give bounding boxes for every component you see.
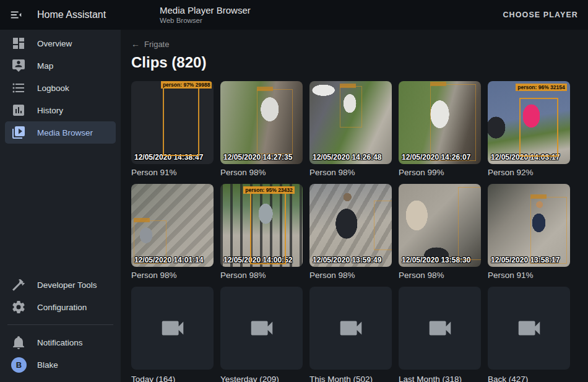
- folder-card-back[interactable]: Back (427): [488, 287, 570, 382]
- sidebar-item-notifications[interactable]: Notifications: [5, 331, 116, 354]
- clip-thumbnail: 12/05/2020 14:26:48: [309, 81, 392, 164]
- video-camera-icon: [515, 314, 543, 342]
- clip-timestamp: 12/05/2020 14:27:35: [223, 153, 292, 162]
- clip-thumbnail: 12/05/2020 14:01:14: [131, 184, 214, 267]
- clip-card[interactable]: 12/05/2020 13:59:49 Person 98%: [309, 184, 392, 281]
- panel-header: Media Player Browser Web Browser: [160, 4, 251, 25]
- folder-label: Back (427): [488, 375, 570, 382]
- clip-card[interactable]: 12/05/2020 14:26:07 Person 99%: [399, 81, 481, 178]
- breadcrumb-back-frigate[interactable]: ← Frigate: [131, 39, 588, 49]
- detection-bbox: [340, 86, 362, 128]
- detection-bbox: [163, 84, 200, 155]
- detection-label: [257, 87, 273, 91]
- sidebar-divider: [7, 324, 113, 325]
- sidebar-item-label: Developer Tools: [37, 280, 97, 290]
- clip-thumbnail: 12/05/2020 13:58:30: [399, 184, 481, 267]
- view-dashboard-icon: [11, 36, 26, 51]
- detection-label: [530, 194, 547, 199]
- video-camera-icon: [426, 314, 454, 342]
- folder-thumbnail: [220, 287, 303, 370]
- chart-box-icon: [11, 103, 26, 118]
- folder-card-last-month[interactable]: Last Month (318): [399, 287, 481, 382]
- sidebar-item-map[interactable]: Map: [5, 54, 116, 77]
- main-content: ← Frigate Clips (820) person: 97% 29988 …: [121, 30, 588, 382]
- folder-card-this-month[interactable]: This Month (502): [309, 287, 392, 382]
- sidebar: Overview Map Logbook History Media Brows…: [0, 30, 121, 382]
- sidebar-item-label: History: [37, 106, 63, 115]
- clip-card[interactable]: 12/05/2020 14:27:35 Person 98%: [220, 81, 303, 178]
- sidebar-item-label: Media Browser: [37, 128, 93, 137]
- clip-caption: Person 98%: [309, 168, 392, 178]
- page-title: Clips (820): [131, 54, 588, 71]
- sidebar-item-profile[interactable]: B Blake: [5, 354, 116, 376]
- detection-bbox: [430, 84, 476, 160]
- detection-bbox: [374, 201, 392, 250]
- sidebar-toggle-button[interactable]: [4, 2, 28, 27]
- sidebar-item-history[interactable]: History: [5, 99, 116, 121]
- folder-card-today[interactable]: Today (164): [131, 287, 214, 382]
- back-arrow-icon: ←: [131, 39, 140, 49]
- avatar: B: [11, 357, 27, 373]
- detection-bbox: [134, 220, 166, 264]
- play-box-multiple-icon: [11, 125, 26, 140]
- hammer-icon: [11, 277, 26, 292]
- clip-thumbnail: 12/05/2020 13:58:17: [488, 184, 570, 267]
- clip-thumbnail: person: 97% 29988 12/05/2020 14:38:47: [131, 81, 214, 164]
- detection-label: [340, 84, 356, 88]
- clip-timestamp: 12/05/2020 13:59:49: [313, 256, 381, 264]
- sidebar-item-media-browser[interactable]: Media Browser: [5, 121, 116, 144]
- clip-caption: Person 92%: [488, 168, 570, 178]
- choose-player-button[interactable]: CHOOSE PLAYER: [503, 0, 578, 30]
- map-tooltip-account-icon: [11, 58, 26, 73]
- clip-card[interactable]: 12/05/2020 14:01:14 Person 98%: [131, 184, 214, 281]
- folder-thumbnail: [399, 287, 481, 370]
- breadcrumb-label: Frigate: [144, 40, 169, 49]
- clip-caption: Person 98%: [220, 168, 303, 178]
- sidebar-item-label: Overview: [37, 39, 72, 48]
- clip-card[interactable]: 12/05/2020 14:26:48 Person 98%: [309, 81, 392, 178]
- clip-caption: Person 91%: [131, 168, 214, 178]
- detection-label: person: 95% 23432: [243, 186, 295, 194]
- folder-label: Last Month (318): [399, 375, 481, 382]
- folder-thumbnail: [309, 287, 392, 370]
- clip-caption: Person 98%: [399, 271, 481, 281]
- top-bar: Home Assistant Media Player Browser Web …: [0, 0, 588, 30]
- detection-bbox: [530, 197, 567, 263]
- detection-label: [134, 218, 150, 222]
- clip-timestamp: 12/05/2020 14:26:48: [313, 153, 381, 162]
- clip-card[interactable]: 12/05/2020 13:58:17 Person 91%: [488, 184, 570, 281]
- sidebar-item-label: Configuration: [37, 303, 87, 312]
- folder-label: Today (164): [131, 375, 214, 382]
- folder-thumbnail: [488, 287, 570, 370]
- clip-caption: Person 99%: [399, 168, 481, 178]
- sidebar-item-overview[interactable]: Overview: [5, 32, 116, 54]
- menu-open-icon: [9, 8, 23, 22]
- detection-label: person: 96% 32154: [516, 84, 567, 91]
- bell-icon: [11, 335, 26, 350]
- clip-thumbnail: 12/05/2020 14:26:07: [399, 81, 481, 164]
- clip-caption: Person 98%: [131, 271, 214, 281]
- detection-bbox: [250, 191, 287, 264]
- sidebar-item-logbook[interactable]: Logbook: [5, 77, 116, 99]
- clip-caption: Person 91%: [488, 271, 570, 281]
- detection-bbox: [458, 187, 481, 260]
- user-name: Blake: [37, 360, 58, 370]
- sidebar-item-configuration[interactable]: Configuration: [5, 296, 116, 318]
- video-camera-icon: [158, 314, 187, 342]
- panel-subtitle: Web Browser: [160, 16, 251, 25]
- folder-thumbnail: [131, 287, 214, 370]
- detection-bbox: [257, 89, 293, 154]
- sidebar-item-label: Map: [37, 61, 53, 71]
- clip-thumbnail: 12/05/2020 13:59:49: [309, 184, 392, 267]
- panel-title: Media Player Browser: [160, 4, 251, 16]
- sidebar-item-label: Notifications: [37, 338, 83, 347]
- clip-card[interactable]: person: 97% 29988 12/05/2020 14:38:47 Pe…: [131, 81, 214, 178]
- detection-label: [430, 82, 446, 86]
- clip-card[interactable]: person: 95% 23432 12/05/2020 14:00:52 Pe…: [220, 184, 303, 281]
- detection-bbox: [519, 98, 559, 157]
- folder-card-yesterday[interactable]: Yesterday (209): [220, 287, 303, 382]
- clip-thumbnail: person: 96% 32154 12/05/2020 14:03:17: [488, 81, 570, 164]
- clip-card[interactable]: person: 96% 32154 12/05/2020 14:03:17 Pe…: [488, 81, 570, 178]
- sidebar-item-developer-tools[interactable]: Developer Tools: [5, 274, 116, 296]
- clip-card[interactable]: 12/05/2020 13:58:30 Person 98%: [399, 184, 481, 281]
